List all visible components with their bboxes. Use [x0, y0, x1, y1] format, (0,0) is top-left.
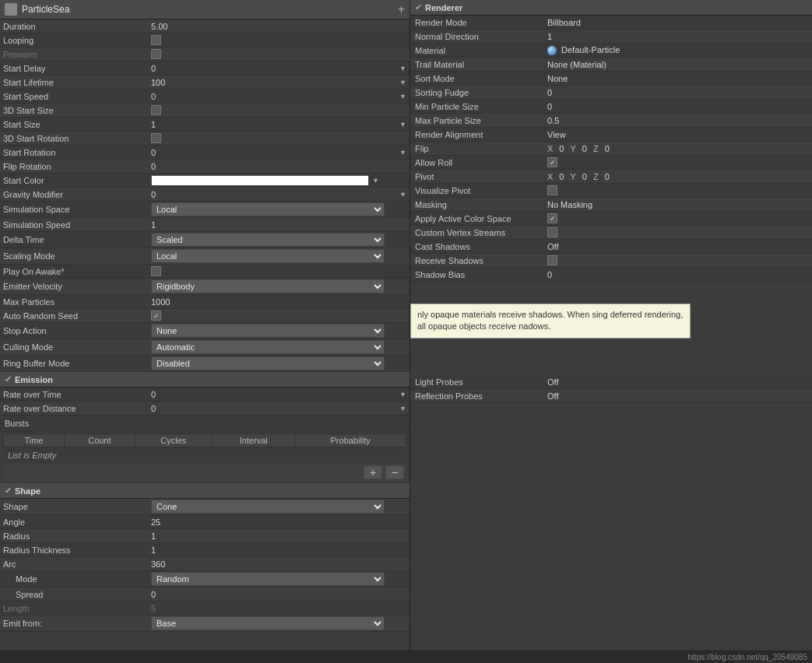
arrow-start-rotation[interactable]: ▼	[399, 149, 406, 156]
prop-arc: Arc 360	[0, 557, 410, 571]
check-custom-vertex[interactable]	[547, 227, 557, 237]
val-radius-thickness: 1	[151, 545, 406, 555]
renderer-checkmark: ✔	[415, 2, 422, 12]
r-prop-render-alignment: Render Alignment View	[410, 128, 812, 142]
select-emitter-velocity[interactable]: Rigidbody Transform	[151, 279, 385, 293]
check-3d-start-rotation[interactable]	[151, 133, 161, 143]
r-label-masking: Masking	[415, 200, 547, 209]
r-prop-apply-color-space: Apply Active Color Space ✓	[410, 212, 812, 226]
check-prewarm[interactable]	[151, 49, 161, 59]
component-title: ParticleSea	[22, 4, 398, 15]
r-prop-allow-roll: Allow Roll ✓	[410, 156, 812, 170]
check-apply-color-space[interactable]: ✓	[547, 213, 557, 223]
check-receive-shadows[interactable]	[547, 255, 557, 265]
url-text: https://blog.csdn.net/qq_20549085	[688, 653, 807, 661]
val-length: 5	[151, 604, 406, 613]
select-emit-from[interactable]: Base Volume Edge	[151, 616, 385, 630]
val-duration: 5.00	[151, 22, 406, 31]
arrow-start-speed[interactable]: ▼	[399, 93, 406, 100]
val-max-particles: 1000	[151, 297, 406, 307]
label-flip-rotation: Flip Rotation	[3, 162, 151, 171]
select-culling-mode[interactable]: Automatic Pause And Catch-Up Pause Alway…	[151, 340, 385, 354]
prop-start-rotation: Start Rotation 0 ▼	[0, 146, 410, 160]
arrow-start-delay[interactable]: ▼	[399, 65, 406, 72]
r-prop-receive-shadows: Receive Shadows	[410, 254, 812, 268]
r-prop-masking: Masking No Masking	[410, 198, 812, 212]
check-3d-start-size[interactable]	[151, 105, 161, 115]
right-panel: ✔ Renderer Render Mode Billboard Normal …	[410, 0, 812, 651]
prop-emitter-velocity: Emitter Velocity Rigidbody Transform	[0, 279, 410, 295]
prop-duration: Duration 5.00	[0, 19, 410, 33]
prop-emit-from: Emit from: Base Volume Edge	[0, 616, 410, 632]
select-scaling-mode[interactable]: Local Shape Hierarchy	[151, 249, 385, 263]
burst-remove-button[interactable]: −	[385, 465, 404, 479]
prop-simulation-speed: Simulation Speed 1	[0, 218, 410, 232]
label-start-delay: Start Delay	[3, 64, 151, 73]
label-radius-thickness: Radius Thickness	[3, 545, 151, 555]
prop-auto-random-seed: Auto Random Seed ✓	[0, 309, 410, 323]
r-val-pivot: X 0 Y 0 Z 0	[547, 172, 807, 181]
r-prop-trail-material: Trail Material None (Material)	[410, 58, 812, 72]
section-emission-header[interactable]: ✔ Emission	[0, 372, 410, 388]
burst-add-button[interactable]: +	[364, 465, 382, 479]
material-sphere-icon	[547, 46, 557, 55]
arrow-start-lifetime[interactable]: ▼	[399, 79, 406, 86]
val-start-lifetime: 100	[151, 78, 396, 87]
r-label-pivot: Pivot	[415, 172, 547, 181]
prop-prewarm: Prewarm	[0, 47, 410, 61]
prop-rate-over-time: Rate over Time 0 ▼	[0, 388, 410, 402]
r-val-sort-mode: None	[547, 74, 807, 83]
label-play-on-awake: Play On Awake*	[3, 267, 151, 276]
r-val-render-mode: Billboard	[547, 18, 807, 27]
check-play-on-awake[interactable]	[151, 266, 161, 276]
r-prop-normal-dir: Normal Direction 1	[410, 30, 812, 44]
select-simulation-space[interactable]: Local World Custom	[151, 202, 385, 216]
label-mode: Mode	[3, 574, 151, 584]
r-val-trail-material: None (Material)	[547, 60, 807, 69]
arrow-rate-over-distance[interactable]: ▼	[399, 405, 406, 412]
arrow-start-color[interactable]: ▼	[372, 177, 379, 184]
r-label-material: Material	[415, 46, 547, 55]
label-length: Length	[3, 604, 151, 613]
select-mode[interactable]: Random Loop Ping-Pong Burst Spread	[151, 572, 385, 586]
r-val-material: Default-Particle	[547, 45, 807, 55]
r-prop-reflection-probes: Reflection Probes Off	[410, 389, 812, 403]
tooltip-box: nly opaque materials receive shadows. Wh…	[410, 303, 691, 339]
prop-start-color: Start Color ▼	[0, 174, 410, 188]
emission-title: Emission	[15, 375, 53, 384]
label-rate-over-distance: Rate over Distance	[3, 404, 151, 413]
prop-shape: Shape Cone Sphere Box	[0, 499, 410, 515]
select-stop-action[interactable]: None Disable Destroy Callback	[151, 324, 385, 338]
prop-looping: Looping	[0, 33, 410, 47]
r-prop-material: Material Default-Particle	[410, 44, 812, 58]
select-delta-time[interactable]: Scaled Unscaled	[151, 233, 385, 247]
r-prop-sorting-fudge: Sorting Fudge 0	[410, 86, 812, 100]
select-ring-buffer-mode[interactable]: Disabled Pause Until Replaced Loop Until…	[151, 356, 385, 370]
r-label-trail-material: Trail Material	[415, 60, 547, 69]
label-start-speed: Start Speed	[3, 92, 151, 101]
r-val-sorting-fudge: 0	[547, 88, 807, 97]
r-label-cast-shadows: Cast Shadows	[415, 242, 547, 251]
prop-ring-buffer-mode: Ring Buffer Mode Disabled Pause Until Re…	[0, 356, 410, 372]
add-button[interactable]: +	[398, 2, 405, 16]
select-shape[interactable]: Cone Sphere Box	[151, 500, 385, 514]
label-simulation-speed: Simulation Speed	[3, 220, 151, 230]
r-val-normal-dir: 1	[547, 32, 807, 41]
section-shape-header[interactable]: ✔ Shape	[0, 483, 410, 499]
header-bar: ParticleSea +	[0, 0, 410, 19]
check-allow-roll[interactable]: ✓	[547, 157, 557, 167]
url-bar: https://blog.csdn.net/qq_20549085	[0, 651, 812, 663]
check-visualize-pivot[interactable]	[547, 185, 557, 195]
label-gravity-modifier: Gravity Modifier	[3, 190, 151, 199]
arrow-rate-over-time[interactable]: ▼	[399, 391, 406, 398]
arrow-start-size[interactable]: ▼	[399, 121, 406, 128]
color-swatch-start[interactable]	[151, 175, 369, 186]
check-auto-random-seed[interactable]: ✓	[151, 310, 161, 321]
check-looping[interactable]	[151, 35, 161, 45]
label-arc: Arc	[3, 560, 151, 569]
prop-stop-action: Stop Action None Disable Destroy Callbac…	[0, 323, 410, 339]
arrow-gravity-modifier[interactable]: ▼	[399, 191, 406, 198]
label-angle: Angle	[3, 517, 151, 527]
col-cycles: Cycles	[135, 434, 212, 447]
r-label-sort-mode: Sort Mode	[415, 74, 547, 83]
